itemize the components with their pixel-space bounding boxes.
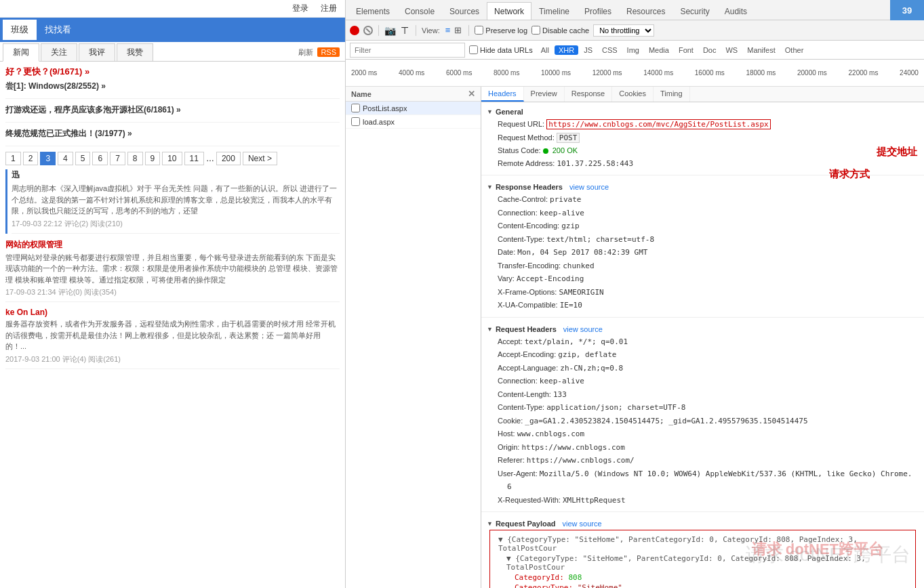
throttling-select[interactable]: No throttling [593,24,654,37]
preserve-log-text: Preserve log [485,26,527,35]
tab-console[interactable]: Console [397,2,442,20]
detail-tab-preview[interactable]: Preview [524,87,565,102]
detail-tab-timing[interactable]: Timing [654,87,690,102]
detail-tab-headers[interactable]: Headers [481,87,524,102]
tab-network[interactable]: Network [487,2,531,20]
refresh-label[interactable]: 刷新 [298,47,313,58]
entry-meta: 17-09-03 21:34 评论(0) 阅读(354) [5,287,340,297]
page-next[interactable]: Next > [243,152,277,165]
detail-tab-cookies[interactable]: Cookies [612,87,654,102]
request-url-val: https://www.cnblogs.com/mvc/AggSite/Post… [546,119,771,129]
request-item-load[interactable]: load.aspx [346,115,481,129]
entry-title[interactable]: 打游戏还远，程序员应该多泡开源社区(6/1861) » [5,104,340,116]
request-payload-view-source[interactable]: view source [563,520,602,528]
hide-data-urls-checkbox[interactable] [469,45,478,54]
page-11[interactable]: 11 [184,152,204,165]
type-img[interactable]: Img [623,45,643,55]
entry-text: 服务器存放资料，或者作为开发服务器，远程登陆成为刚性需求，由于机器需要的时候才用… [5,318,340,352]
tab-audits[interactable]: Audits [717,2,755,20]
payload-category-type: CategoryType: "SiteHome" [498,583,907,588]
resp-triangle-icon: ▼ [487,184,493,190]
request-headers-header: ▼ Request Headers view source [487,325,919,333]
response-headers-view-source[interactable]: view source [569,183,609,191]
view-icons: ≡ ⊞ [444,24,464,36]
page-6[interactable]: 6 [92,152,108,165]
tab-mylike[interactable]: 我赞 [117,43,153,61]
type-css[interactable]: CSS [598,45,622,55]
request-item-postlist[interactable]: PostList.aspx [346,102,481,115]
camera-button[interactable]: 📷 [384,25,395,36]
tab-mycomment[interactable]: 我评 [79,43,115,61]
requests-header: Name ✕ [346,87,481,102]
tab-elements[interactable]: Elements [348,2,397,20]
login-link[interactable]: 登录 [292,3,308,13]
detail-tab-response[interactable]: Response [565,87,613,102]
remote-address-key: Remote Address: [498,159,557,167]
toolbar-separator-1 [378,25,379,36]
tab-follow[interactable]: 关注 [41,43,77,61]
nav-item-class[interactable]: 班级 [3,20,37,40]
tab-sources[interactable]: Sources [442,2,487,20]
request-checkbox-1[interactable] [351,104,360,112]
hide-data-urls-label[interactable]: Hide data URLs [469,45,533,54]
type-other[interactable]: Other [781,45,808,55]
blog-question-title[interactable]: 好？更快？(9/1671) » [5,66,340,78]
disable-cache-text: Disable cache [542,26,589,35]
timeline-label-10: 20000 ms [797,69,827,77]
group-view-icon[interactable]: ⊞ [453,24,463,36]
page-200[interactable]: 200 [216,152,241,165]
resp-date: Date: Mon, 04 Sep 2017 08:42:39 GMT [487,246,919,259]
tab-timeline[interactable]: Timeline [531,2,577,20]
type-ws[interactable]: WS [721,45,742,55]
preserve-log-checkbox[interactable] [475,26,483,35]
entry-title[interactable]: 终规范规范已正式推出！(3/1977) » [5,128,340,140]
request-checkbox-2[interactable] [351,117,360,126]
req-content-length: Content-Length: 133 [487,388,919,402]
page-1[interactable]: 1 [5,152,21,165]
tab-profiles[interactable]: Profiles [577,2,619,20]
clear-button[interactable] [363,26,373,35]
record-button[interactable] [350,26,359,35]
register-link[interactable]: 注册 [321,3,337,13]
tab-news[interactable]: 新闻 [3,43,39,62]
page-9[interactable]: 9 [145,152,161,165]
type-doc[interactable]: Doc [699,45,721,55]
resp-connection: Connection: keep-alive [487,207,919,220]
general-title: General [496,108,523,116]
general-header: ▼ General [487,108,919,116]
page-4[interactable]: 4 [58,152,73,165]
entry-meta: 2017-9-03 21:00 评论(4) 阅读(261) [5,354,340,364]
page-10[interactable]: 10 [162,152,182,165]
entry-title[interactable]: 尝[1]: Windows(28/2552) » [5,81,340,92]
type-media[interactable]: Media [645,45,673,55]
page-7[interactable]: 7 [110,152,125,165]
page-2[interactable]: 2 [23,152,39,165]
entry-title[interactable]: 迅 [12,169,340,181]
preserve-log-label[interactable]: Preserve log [475,26,527,35]
close-icon[interactable]: ✕ [468,89,475,99]
filter-input[interactable] [350,43,465,58]
page-3[interactable]: 3 [40,152,56,165]
type-font[interactable]: Font [675,45,698,55]
disable-cache-label[interactable]: Disable cache [531,26,589,35]
page-8[interactable]: 8 [127,152,143,165]
tab-resources[interactable]: Resources [619,2,672,20]
page-ellipsis: … [206,154,214,163]
type-manifest[interactable]: Manifest [743,45,780,55]
type-xhr[interactable]: XHR [555,45,578,55]
nav-item-findlook[interactable]: 找找看 [37,20,79,40]
disable-cache-checkbox[interactable] [531,26,540,35]
type-js[interactable]: JS [580,45,597,55]
rss-badge[interactable]: RSS [317,47,340,57]
type-all[interactable]: All [537,45,553,55]
tab-security[interactable]: Security [672,2,717,20]
request-headers-view-source[interactable]: view source [563,325,603,333]
req-x-requested-with: X-Requested-With: XMLHttpRequest [487,494,919,507]
request-method-key: Request Method: [498,133,557,142]
resp-x-ua-compatible: X-UA-Compatible: IE=10 [487,299,919,312]
page-5[interactable]: 5 [75,152,91,165]
devtools-panel: Elements Console Sources Network Timelin… [346,0,924,588]
resp-x-frame-options: X-Frame-Options: SAMEORIGIN [487,286,919,299]
filter-button[interactable]: ⊤ [399,25,410,36]
list-view-icon[interactable]: ≡ [444,24,452,36]
